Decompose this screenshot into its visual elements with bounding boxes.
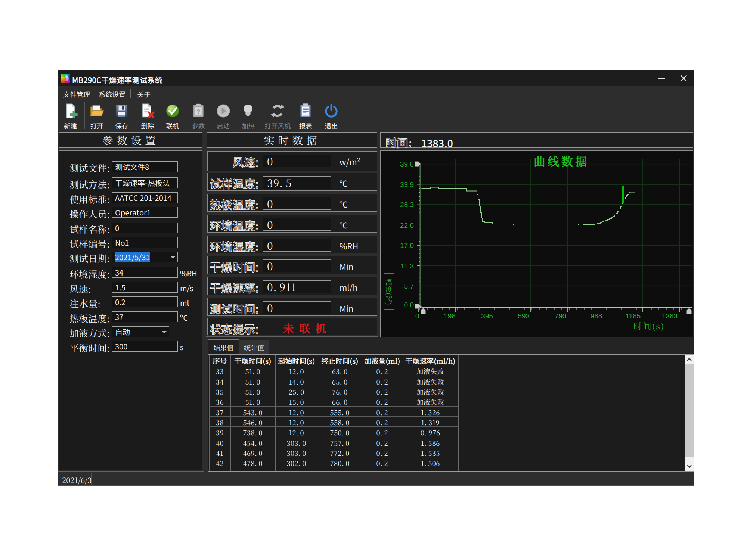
svg-text:33.9: 33.9 xyxy=(400,181,414,189)
svg-text:28.3: 28.3 xyxy=(400,201,414,209)
svg-text:39.6: 39.6 xyxy=(400,160,414,168)
svg-text:11.3: 11.3 xyxy=(400,262,414,270)
svg-text:198: 198 xyxy=(444,312,456,320)
svg-text:22.6: 22.6 xyxy=(400,221,414,229)
svg-text:790: 790 xyxy=(555,312,567,320)
svg-text:?: ? xyxy=(196,108,200,115)
svg-text:395: 395 xyxy=(481,312,493,320)
svg-text:5.7: 5.7 xyxy=(404,282,414,290)
svg-text:17.0: 17.0 xyxy=(400,242,414,249)
svg-text:988: 988 xyxy=(591,312,602,320)
svg-text:1185: 1185 xyxy=(625,312,641,320)
svg-text:593: 593 xyxy=(518,312,530,320)
svg-text:0.0: 0.0 xyxy=(404,301,414,309)
svg-text:1383: 1383 xyxy=(662,312,678,320)
svg-text:0: 0 xyxy=(415,312,419,320)
